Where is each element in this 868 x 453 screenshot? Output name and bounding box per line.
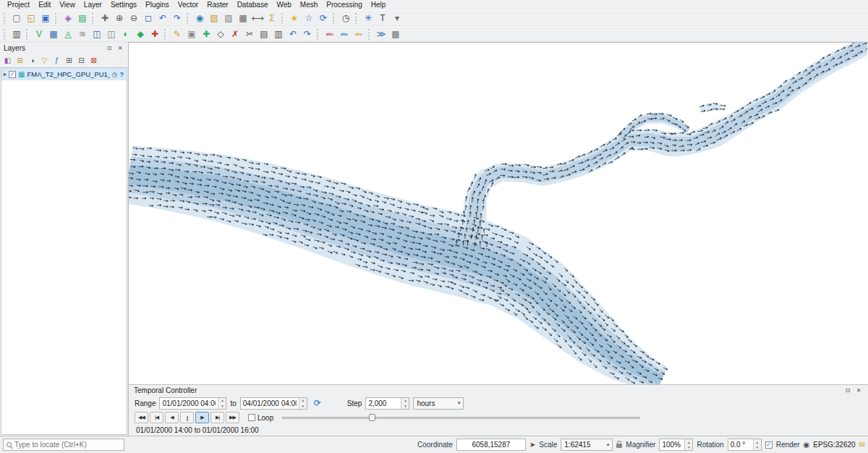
fast-forward-button[interactable]: ▶▶ xyxy=(226,412,239,423)
range-start-spinners[interactable]: ▴ ▾ xyxy=(218,398,226,409)
time-slider[interactable] xyxy=(282,413,640,422)
spin-down-icon[interactable]: ▾ xyxy=(401,403,409,409)
menu-help[interactable]: Help xyxy=(367,0,391,10)
copy-features-icon[interactable]: ▤ xyxy=(258,27,271,41)
crs-icon[interactable]: ◉ xyxy=(804,441,810,449)
redo-icon[interactable]: ↷ xyxy=(301,27,314,41)
add-postgis-layer-icon[interactable]: ◫ xyxy=(90,27,103,41)
open-layer-styling-icon[interactable]: ◧ xyxy=(2,55,13,66)
save-project-icon[interactable]: ▣ xyxy=(39,12,52,25)
spin-up-icon[interactable]: ▴ xyxy=(218,398,226,404)
step-forward-button[interactable]: ▶| xyxy=(210,412,224,423)
data-source-manager-icon[interactable]: ▥ xyxy=(10,27,23,41)
loop-control[interactable]: Loop xyxy=(248,414,273,422)
messages-icon[interactable]: ✉ xyxy=(859,441,865,449)
range-end-input[interactable] xyxy=(241,399,299,407)
magnifier-spinners[interactable]: ▴ ▾ xyxy=(684,439,692,450)
expand-all-icon[interactable]: ⊞ xyxy=(64,55,75,66)
play-button[interactable]: ▶ xyxy=(195,412,209,423)
menu-processing[interactable]: Processing xyxy=(322,0,366,10)
magnifier-spinbox[interactable]: 100% ▴ ▾ xyxy=(659,439,693,451)
rotation-spinbox[interactable]: 0.0 ° ▴ ▾ xyxy=(728,439,762,451)
add-spatialite-layer-icon[interactable]: ◫ xyxy=(105,27,118,41)
cut-features-icon[interactable]: ✂ xyxy=(243,27,256,41)
statistics-icon[interactable]: Σ xyxy=(265,12,278,25)
layer-notes-indicator[interactable]: ? xyxy=(120,71,125,78)
open-project-icon[interactable]: ◱ xyxy=(25,12,38,25)
step-spinners[interactable]: ▴ ▾ xyxy=(401,398,409,409)
zoom-next-icon[interactable]: ↷ xyxy=(171,12,184,25)
range-end-spinners[interactable]: ▴ ▾ xyxy=(299,398,307,409)
menu-web[interactable]: Web xyxy=(272,0,295,10)
spin-down-icon[interactable]: ▾ xyxy=(299,403,307,409)
manage-map-themes-icon[interactable]: ◑ xyxy=(27,55,38,66)
crs-value[interactable]: EPSG:32620 xyxy=(813,441,855,449)
extents-toggle-icon[interactable]: ➤ xyxy=(529,441,535,449)
panel-float-icon[interactable]: ⊡ xyxy=(105,43,114,52)
zoom-last-icon[interactable]: ↶ xyxy=(156,12,169,25)
add-vector-layer-icon[interactable]: V xyxy=(33,27,46,41)
scale-lock-icon[interactable] xyxy=(616,444,622,448)
spin-up-icon[interactable]: ▴ xyxy=(299,398,307,404)
identify-features-icon[interactable]: ◉ xyxy=(193,12,206,25)
deselect-features-icon[interactable]: ▨ xyxy=(222,12,235,25)
label-pin-icon[interactable]: abc xyxy=(338,27,351,41)
new-project-icon[interactable]: ▢ xyxy=(10,12,23,25)
remove-layer-icon[interactable]: ⊠ xyxy=(88,55,99,66)
menu-edit[interactable]: Edit xyxy=(34,0,55,10)
zoom-full-icon[interactable]: ◻ xyxy=(142,12,155,25)
add-delimited-text-icon[interactable]: ≋ xyxy=(76,27,89,41)
new-bookmark-icon[interactable]: ★ xyxy=(288,12,301,25)
rewind-button[interactable]: ◀◀ xyxy=(135,412,148,423)
scale-combo[interactable]: 1:62415 ▾ xyxy=(561,439,613,451)
menu-raster[interactable]: Raster xyxy=(203,0,232,10)
menu-layer[interactable]: Layer xyxy=(80,0,106,10)
text-annotation-icon[interactable]: T xyxy=(376,12,389,25)
select-features-icon[interactable]: ▧ xyxy=(208,12,221,25)
render-checkbox[interactable]: ✓ xyxy=(765,441,773,449)
python-console-icon[interactable]: ≫ xyxy=(375,27,388,41)
menu-project[interactable]: Project xyxy=(3,0,34,10)
vertex-tool-icon[interactable]: ◇ xyxy=(214,27,227,41)
step-input[interactable] xyxy=(366,399,401,407)
add-raster-layer-icon[interactable]: ▦ xyxy=(47,27,60,41)
spin-down-icon[interactable]: ▾ xyxy=(754,445,761,451)
skip-to-start-button[interactable]: |◀ xyxy=(150,412,163,423)
layout-manager-icon[interactable]: ▤ xyxy=(76,12,89,25)
spin-up-icon[interactable]: ▴ xyxy=(685,439,692,445)
loop-checkbox[interactable] xyxy=(248,414,255,421)
delete-selected-icon[interactable]: ✗ xyxy=(229,27,242,41)
add-group-icon[interactable]: ⊞ xyxy=(14,55,25,66)
collapse-all-icon[interactable]: ⊟ xyxy=(76,55,87,66)
refresh-range-icon[interactable]: ⟳ xyxy=(311,397,324,410)
temporal-indicator-icon[interactable]: ◷ xyxy=(112,71,118,78)
menu-settings[interactable]: Settings xyxy=(106,0,141,10)
coordinate-box[interactable]: 6058,15287 xyxy=(456,439,526,451)
rotation-spinners[interactable]: ▴ ▾ xyxy=(753,439,761,450)
temporal-controller-icon[interactable]: ◷ xyxy=(339,12,352,25)
map-view[interactable] xyxy=(129,42,868,384)
add-wms-layer-icon[interactable]: ◐ xyxy=(119,27,132,41)
style-manager-icon[interactable]: ◈ xyxy=(61,12,75,25)
toolbox-icon[interactable]: ▩ xyxy=(389,27,402,41)
measure-line-icon[interactable]: ⟷ xyxy=(251,12,264,25)
paste-features-icon[interactable]: ▥ xyxy=(272,27,285,41)
save-edits-icon[interactable]: ▣ xyxy=(185,27,198,41)
menu-database[interactable]: Database xyxy=(233,0,273,10)
time-slider-track[interactable] xyxy=(282,417,640,419)
spin-up-icon[interactable]: ▴ xyxy=(401,398,409,404)
new-shapefile-icon[interactable]: ✚ xyxy=(148,27,161,41)
undo-icon[interactable]: ↶ xyxy=(286,27,299,41)
spin-down-icon[interactable]: ▾ xyxy=(218,403,226,409)
add-mesh-layer-icon[interactable]: ◬ xyxy=(61,27,75,41)
new-geopackage-icon[interactable]: ◆ xyxy=(134,27,147,41)
layer-row[interactable]: ▸ ✓ ▦ FMA_T2_HPC_GPU_PU1_10 ◷ ? xyxy=(1,68,127,80)
expand-arrow-icon[interactable]: ▸ xyxy=(4,71,7,77)
filter-by-expression-icon[interactable]: ƒ xyxy=(51,55,62,66)
panel-float-icon[interactable]: ⊡ xyxy=(843,386,852,394)
menu-plugins[interactable]: Plugins xyxy=(141,0,174,10)
processing-toolbox-icon[interactable]: ✳ xyxy=(362,12,375,25)
range-start-input[interactable] xyxy=(160,399,218,407)
spin-down-icon[interactable]: ▾ xyxy=(685,445,692,451)
filter-legend-icon[interactable]: ▽ xyxy=(39,55,50,66)
